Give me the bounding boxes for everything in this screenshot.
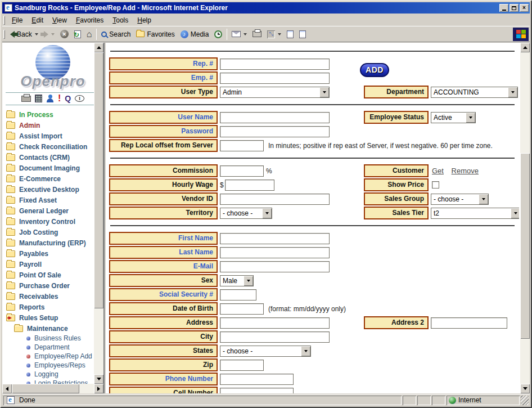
home-button[interactable]: ⌂ (84, 28, 95, 41)
chat-info-icon[interactable]: I (75, 95, 84, 102)
sidebar-item-in-process[interactable]: In Process (6, 109, 103, 120)
scroll-down-button[interactable] (520, 384, 530, 393)
edit-dropdown-caret[interactable] (278, 33, 281, 35)
last-name-input[interactable] (220, 247, 330, 258)
sidebar-item-receivables[interactable]: Receivables (6, 291, 103, 302)
sidebar-item-job-costing[interactable]: Job Costing (6, 227, 103, 237)
vendor-id-input[interactable] (220, 194, 330, 205)
address2-input[interactable] (431, 317, 507, 329)
first-name-input[interactable] (220, 233, 330, 244)
dob-input[interactable] (220, 303, 264, 315)
sidebar-item-document-imaging[interactable]: Document Imaging (6, 163, 103, 173)
rep-number-input[interactable] (220, 59, 330, 70)
territory-select[interactable]: - choose - (220, 208, 272, 219)
sidebar-item-inventory-control[interactable]: Inventory Control (6, 216, 103, 227)
zip-input[interactable] (220, 360, 264, 371)
hourly-wage-input[interactable] (225, 180, 274, 191)
scroll-left-button[interactable] (2, 384, 12, 393)
ssn-input[interactable] (220, 289, 256, 301)
main-vertical-scrollbar[interactable] (520, 43, 530, 393)
sidebar-item-reports[interactable]: Reports (6, 302, 103, 312)
scrollbar-thumb[interactable] (94, 52, 103, 308)
search-button[interactable]: Search (98, 28, 133, 41)
media-button[interactable]: ♪ Media (178, 28, 212, 41)
scroll-right-button[interactable] (94, 384, 103, 393)
scrollbar-thumb[interactable] (12, 384, 79, 393)
toolbar-grip[interactable] (3, 30, 5, 39)
user-name-input[interactable] (220, 112, 330, 123)
messenger-button[interactable] (296, 28, 309, 41)
favorites-button[interactable]: Favorites (133, 28, 177, 41)
menu-help[interactable]: Help (133, 15, 156, 26)
address-input[interactable] (220, 317, 330, 329)
forward-dropdown-caret[interactable] (51, 33, 55, 35)
sidebar-item-e-commerce[interactable]: E-Commerce (6, 173, 103, 184)
sidebar-item-maintenance[interactable]: Maintenance (14, 323, 103, 334)
sidebar-item-contacts-crm[interactable]: Contacts (CRM) (6, 152, 103, 163)
menu-edit[interactable]: Edit (27, 15, 48, 26)
subnav-item-logging[interactable]: Logging (26, 370, 103, 379)
menu-tools[interactable]: Tools (108, 15, 133, 26)
sidebar-vertical-scrollbar[interactable] (94, 43, 103, 384)
subnav-item-employee-rep-add[interactable]: Employee/Rep Add (26, 352, 103, 361)
alert-icon[interactable]: ! (58, 95, 61, 102)
sidebar-horizontal-scrollbar[interactable] (2, 384, 103, 393)
minimize-button[interactable] (499, 4, 508, 12)
history-button[interactable] (211, 28, 225, 41)
cell-input[interactable] (220, 388, 294, 394)
sidebar-item-manufacturing-erp[interactable]: Manufacturing (ERP) (6, 237, 103, 248)
email-input[interactable] (220, 261, 330, 272)
scrollbar-thumb[interactable] (520, 153, 530, 339)
offset-input[interactable] (220, 140, 264, 151)
maximize-button[interactable] (510, 4, 519, 12)
customer-get-link[interactable]: Get (432, 167, 444, 175)
mail-button[interactable] (229, 28, 250, 41)
customer-remove-link[interactable]: Remove (452, 167, 479, 175)
menu-view[interactable]: View (48, 15, 71, 26)
sidebar-item-point-of-sale[interactable]: Point Of Sale (6, 270, 103, 280)
phone-input[interactable] (220, 374, 294, 385)
calculator-icon[interactable] (35, 95, 42, 102)
employee-status-select[interactable]: Active (431, 112, 476, 123)
menu-file[interactable]: File (7, 15, 27, 26)
menu-favorites[interactable]: Favorites (71, 15, 108, 26)
edit-button[interactable]: ⤡ (264, 28, 284, 41)
printer-icon[interactable] (21, 96, 31, 102)
resize-grip[interactable] (521, 396, 529, 405)
emp-number-input[interactable] (220, 73, 330, 84)
menu-grip[interactable] (3, 16, 5, 25)
sidebar-item-payables[interactable]: Payables (6, 248, 103, 259)
states-select[interactable]: - choose - (220, 346, 311, 357)
sidebar-item-executive-desktop[interactable]: Executive Desktop (6, 184, 103, 195)
forward-button[interactable] (41, 28, 57, 41)
mail-dropdown-caret[interactable] (244, 33, 247, 35)
add-button[interactable]: ADD (360, 63, 389, 77)
sidebar-item-purchase-order[interactable]: Purchase Order (6, 280, 103, 291)
close-button[interactable]: × (520, 4, 529, 12)
user-type-select[interactable]: Admin (220, 87, 330, 98)
show-price-checkbox[interactable] (432, 181, 439, 189)
department-select[interactable]: ACCOUNTING (431, 87, 518, 98)
print-button[interactable] (250, 28, 264, 41)
subnav-item-business-rules[interactable]: Business Rules (26, 334, 103, 343)
sales-group-select[interactable]: - choose - (431, 194, 489, 205)
back-dropdown-caret[interactable] (35, 33, 38, 35)
scroll-up-button[interactable] (520, 43, 530, 52)
stop-button[interactable]: ✕ (57, 28, 71, 41)
scroll-down-button[interactable] (94, 374, 103, 384)
city-input[interactable] (220, 331, 330, 343)
query-icon[interactable]: Q (65, 95, 71, 102)
sidebar-item-check-reconciliation[interactable]: Check Reconciliation (6, 141, 103, 152)
discuss-button[interactable] (284, 28, 296, 41)
refresh-button[interactable]: ↻ (71, 28, 84, 41)
sidebar-item-assist-import[interactable]: Assist Import (6, 131, 103, 141)
scroll-up-button[interactable] (94, 43, 103, 52)
sales-tier-select[interactable]: t2 (431, 208, 519, 219)
password-input[interactable] (220, 126, 330, 137)
subnav-item-department[interactable]: Department (26, 343, 103, 352)
subnav-item-employees-reps[interactable]: Employees/Reps (26, 361, 103, 370)
commission-input[interactable] (220, 165, 264, 177)
sidebar-item-general-ledger[interactable]: General Ledger (6, 205, 103, 216)
sex-select[interactable]: Male (220, 275, 254, 286)
user-icon[interactable] (46, 95, 54, 102)
